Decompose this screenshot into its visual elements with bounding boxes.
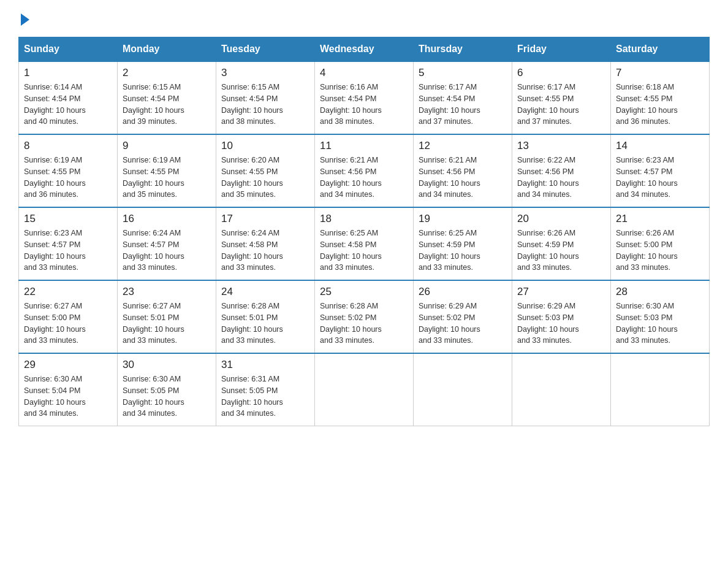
day-info: Sunrise: 6:19 AM Sunset: 4:55 PM Dayligh… <box>24 155 112 201</box>
calendar-cell: 31 Sunrise: 6:31 AM Sunset: 5:05 PM Dayl… <box>216 353 315 426</box>
day-number: 16 <box>123 213 211 225</box>
day-number: 14 <box>616 140 704 152</box>
day-number: 15 <box>24 213 112 225</box>
day-info: Sunrise: 6:28 AM Sunset: 5:01 PM Dayligh… <box>221 301 309 347</box>
day-number: 31 <box>221 359 309 371</box>
day-number: 8 <box>24 140 112 152</box>
calendar-cell: 9 Sunrise: 6:19 AM Sunset: 4:55 PM Dayli… <box>118 134 216 207</box>
day-info: Sunrise: 6:24 AM Sunset: 4:58 PM Dayligh… <box>221 228 309 274</box>
day-number: 10 <box>221 140 309 152</box>
day-number: 2 <box>123 67 211 79</box>
day-number: 7 <box>616 67 704 79</box>
week-row-1: 1 Sunrise: 6:14 AM Sunset: 4:54 PM Dayli… <box>19 61 710 134</box>
calendar-cell: 4 Sunrise: 6:16 AM Sunset: 4:54 PM Dayli… <box>315 61 414 134</box>
calendar-cell: 7 Sunrise: 6:18 AM Sunset: 4:55 PM Dayli… <box>611 61 710 134</box>
day-info: Sunrise: 6:31 AM Sunset: 5:05 PM Dayligh… <box>221 373 309 419</box>
day-number: 24 <box>221 286 309 298</box>
day-number: 1 <box>24 67 112 79</box>
day-info: Sunrise: 6:30 AM Sunset: 5:03 PM Dayligh… <box>616 301 704 347</box>
day-info: Sunrise: 6:16 AM Sunset: 4:54 PM Dayligh… <box>320 82 408 128</box>
day-info: Sunrise: 6:29 AM Sunset: 5:03 PM Dayligh… <box>517 301 605 347</box>
week-row-3: 15 Sunrise: 6:23 AM Sunset: 4:57 PM Dayl… <box>19 207 710 280</box>
day-number: 21 <box>616 213 704 225</box>
calendar-cell: 18 Sunrise: 6:25 AM Sunset: 4:58 PM Dayl… <box>315 207 414 280</box>
day-info: Sunrise: 6:23 AM Sunset: 4:57 PM Dayligh… <box>24 228 112 274</box>
day-number: 26 <box>419 286 507 298</box>
day-number: 11 <box>320 140 408 152</box>
calendar-cell: 23 Sunrise: 6:27 AM Sunset: 5:01 PM Dayl… <box>118 280 216 353</box>
calendar-cell: 24 Sunrise: 6:28 AM Sunset: 5:01 PM Dayl… <box>216 280 315 353</box>
week-row-5: 29 Sunrise: 6:30 AM Sunset: 5:04 PM Dayl… <box>19 353 710 426</box>
calendar-cell: 11 Sunrise: 6:21 AM Sunset: 4:56 PM Dayl… <box>315 134 414 207</box>
day-number: 9 <box>123 140 211 152</box>
calendar-cell: 27 Sunrise: 6:29 AM Sunset: 5:03 PM Dayl… <box>512 280 611 353</box>
calendar-cell: 1 Sunrise: 6:14 AM Sunset: 4:54 PM Dayli… <box>19 61 118 134</box>
week-row-4: 22 Sunrise: 6:27 AM Sunset: 5:00 PM Dayl… <box>19 280 710 353</box>
header-monday: Monday <box>118 37 216 62</box>
header-saturday: Saturday <box>611 37 710 62</box>
day-number: 4 <box>320 67 408 79</box>
calendar-header-row: SundayMondayTuesdayWednesdayThursdayFrid… <box>19 37 710 62</box>
logo <box>18 12 29 25</box>
day-info: Sunrise: 6:15 AM Sunset: 4:54 PM Dayligh… <box>221 82 309 128</box>
calendar-cell: 10 Sunrise: 6:20 AM Sunset: 4:55 PM Dayl… <box>216 134 315 207</box>
calendar-cell: 15 Sunrise: 6:23 AM Sunset: 4:57 PM Dayl… <box>19 207 118 280</box>
calendar-cell: 16 Sunrise: 6:24 AM Sunset: 4:57 PM Dayl… <box>118 207 216 280</box>
day-info: Sunrise: 6:23 AM Sunset: 4:57 PM Dayligh… <box>616 155 704 201</box>
day-info: Sunrise: 6:21 AM Sunset: 4:56 PM Dayligh… <box>419 155 507 201</box>
week-row-2: 8 Sunrise: 6:19 AM Sunset: 4:55 PM Dayli… <box>19 134 710 207</box>
day-number: 6 <box>517 67 605 79</box>
day-info: Sunrise: 6:24 AM Sunset: 4:57 PM Dayligh… <box>123 228 211 274</box>
calendar-cell: 25 Sunrise: 6:28 AM Sunset: 5:02 PM Dayl… <box>315 280 414 353</box>
calendar-cell: 6 Sunrise: 6:17 AM Sunset: 4:55 PM Dayli… <box>512 61 611 134</box>
calendar-cell: 5 Sunrise: 6:17 AM Sunset: 4:54 PM Dayli… <box>414 61 512 134</box>
calendar-cell: 3 Sunrise: 6:15 AM Sunset: 4:54 PM Dayli… <box>216 61 315 134</box>
calendar-cell: 17 Sunrise: 6:24 AM Sunset: 4:58 PM Dayl… <box>216 207 315 280</box>
calendar-cell: 14 Sunrise: 6:23 AM Sunset: 4:57 PM Dayl… <box>611 134 710 207</box>
day-info: Sunrise: 6:15 AM Sunset: 4:54 PM Dayligh… <box>123 82 211 128</box>
day-number: 12 <box>419 140 507 152</box>
calendar-cell: 22 Sunrise: 6:27 AM Sunset: 5:00 PM Dayl… <box>19 280 118 353</box>
day-number: 5 <box>419 67 507 79</box>
day-number: 17 <box>221 213 309 225</box>
calendar-cell: 13 Sunrise: 6:22 AM Sunset: 4:56 PM Dayl… <box>512 134 611 207</box>
day-info: Sunrise: 6:30 AM Sunset: 5:05 PM Dayligh… <box>123 373 211 419</box>
day-info: Sunrise: 6:25 AM Sunset: 4:58 PM Dayligh… <box>320 228 408 274</box>
day-info: Sunrise: 6:22 AM Sunset: 4:56 PM Dayligh… <box>517 155 605 201</box>
day-number: 3 <box>221 67 309 79</box>
day-info: Sunrise: 6:17 AM Sunset: 4:55 PM Dayligh… <box>517 82 605 128</box>
day-info: Sunrise: 6:28 AM Sunset: 5:02 PM Dayligh… <box>320 301 408 347</box>
calendar-cell: 26 Sunrise: 6:29 AM Sunset: 5:02 PM Dayl… <box>414 280 512 353</box>
calendar-cell: 20 Sunrise: 6:26 AM Sunset: 4:59 PM Dayl… <box>512 207 611 280</box>
header-sunday: Sunday <box>19 37 118 62</box>
page-header <box>18 12 710 25</box>
day-number: 27 <box>517 286 605 298</box>
calendar-cell <box>611 353 710 426</box>
day-info: Sunrise: 6:26 AM Sunset: 4:59 PM Dayligh… <box>517 228 605 274</box>
day-info: Sunrise: 6:26 AM Sunset: 5:00 PM Dayligh… <box>616 228 704 274</box>
header-wednesday: Wednesday <box>315 37 414 62</box>
header-tuesday: Tuesday <box>216 37 315 62</box>
calendar-table: SundayMondayTuesdayWednesdayThursdayFrid… <box>18 37 710 426</box>
day-info: Sunrise: 6:17 AM Sunset: 4:54 PM Dayligh… <box>419 82 507 128</box>
calendar-cell <box>414 353 512 426</box>
calendar-cell: 8 Sunrise: 6:19 AM Sunset: 4:55 PM Dayli… <box>19 134 118 207</box>
day-number: 30 <box>123 359 211 371</box>
calendar-cell: 30 Sunrise: 6:30 AM Sunset: 5:05 PM Dayl… <box>118 353 216 426</box>
calendar-cell: 19 Sunrise: 6:25 AM Sunset: 4:59 PM Dayl… <box>414 207 512 280</box>
day-number: 20 <box>517 213 605 225</box>
day-info: Sunrise: 6:21 AM Sunset: 4:56 PM Dayligh… <box>320 155 408 201</box>
day-number: 29 <box>24 359 112 371</box>
day-info: Sunrise: 6:30 AM Sunset: 5:04 PM Dayligh… <box>24 373 112 419</box>
calendar-cell: 2 Sunrise: 6:15 AM Sunset: 4:54 PM Dayli… <box>118 61 216 134</box>
calendar-cell: 12 Sunrise: 6:21 AM Sunset: 4:56 PM Dayl… <box>414 134 512 207</box>
day-info: Sunrise: 6:18 AM Sunset: 4:55 PM Dayligh… <box>616 82 704 128</box>
header-friday: Friday <box>512 37 611 62</box>
day-number: 19 <box>419 213 507 225</box>
calendar-cell <box>315 353 414 426</box>
day-info: Sunrise: 6:14 AM Sunset: 4:54 PM Dayligh… <box>24 82 112 128</box>
day-info: Sunrise: 6:27 AM Sunset: 5:01 PM Dayligh… <box>123 301 211 347</box>
day-number: 28 <box>616 286 704 298</box>
day-info: Sunrise: 6:27 AM Sunset: 5:00 PM Dayligh… <box>24 301 112 347</box>
day-number: 18 <box>320 213 408 225</box>
